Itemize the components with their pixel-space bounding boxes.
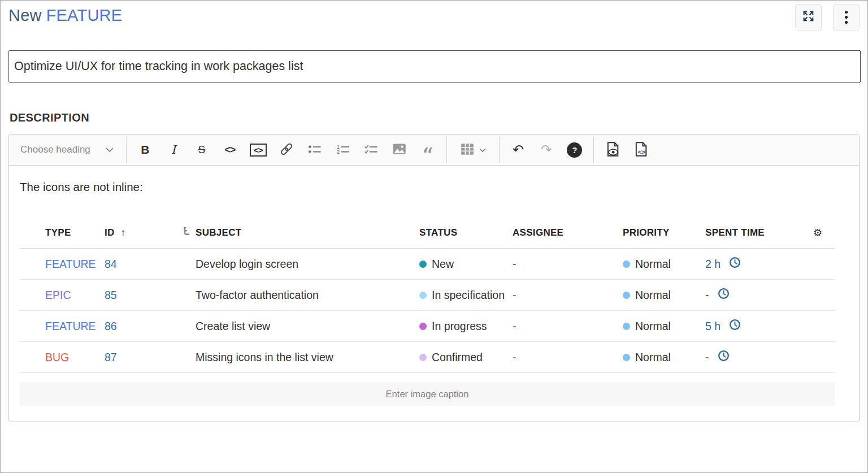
- status-dot: [419, 292, 427, 299]
- editor-paragraph: The icons are not inline:: [20, 180, 848, 194]
- priority-cell: Normal: [623, 258, 705, 271]
- image-icon: [392, 141, 407, 158]
- status-dot: [419, 354, 427, 361]
- subject-cell: Create list view: [183, 320, 419, 333]
- priority-label: Normal: [635, 320, 671, 333]
- source-code-icon: <>: [633, 141, 649, 159]
- toolbar-separator: [593, 137, 594, 163]
- table-icon: [460, 142, 475, 158]
- spent-time-value: -: [705, 289, 709, 302]
- heading-dropdown-label: Choose heading: [20, 144, 90, 155]
- heading-dropdown[interactable]: Choose heading: [15, 138, 121, 161]
- link-icon: [279, 142, 294, 158]
- work-package-table-image: TYPE ID ↑ SUBJECT: [20, 218, 835, 373]
- numbered-list-button[interactable]: 1 2: [333, 140, 353, 160]
- bulleted-list-icon: [307, 142, 322, 158]
- spent-time-cell: -: [705, 350, 813, 364]
- assignee-cell: -: [513, 351, 623, 364]
- assignee-cell: -: [513, 258, 623, 271]
- status-dot: [419, 261, 427, 268]
- column-header-id: ID ↑: [105, 227, 183, 238]
- insert-table-button[interactable]: [455, 140, 491, 160]
- priority-dot: [623, 261, 630, 268]
- priority-label: Normal: [635, 351, 671, 364]
- embedded-image-widget[interactable]: TYPE ID ↑ SUBJECT: [20, 218, 848, 406]
- rich-text-area[interactable]: The icons are not inline: TYPE ID ↑: [9, 166, 859, 422]
- redo-button[interactable]: ↷: [536, 140, 557, 160]
- topbar-actions: [795, 4, 860, 31]
- undo-button[interactable]: ↶: [508, 140, 528, 160]
- type-link: FEATURE: [45, 320, 105, 333]
- help-button[interactable]: ?: [565, 140, 585, 160]
- column-header-priority: PRIORITY: [623, 227, 705, 238]
- toolbar-separator: [126, 137, 127, 163]
- subject-input[interactable]: [8, 50, 861, 83]
- status-dot: [419, 323, 427, 330]
- image-caption-field[interactable]: Enter image caption: [20, 382, 835, 406]
- bulleted-list-button[interactable]: [305, 140, 325, 160]
- subject-cell: Develop login screen: [183, 258, 419, 271]
- block-quote-button[interactable]: “: [418, 140, 438, 160]
- column-header-status: STATUS: [419, 227, 513, 238]
- status-cell: Confirmed: [419, 351, 513, 364]
- spent-time-value: -: [705, 351, 709, 364]
- strikethrough-button[interactable]: S: [192, 140, 212, 160]
- todo-list-button[interactable]: [361, 140, 381, 160]
- description-label: DESCRIPTION: [10, 111, 867, 124]
- page-title-prefix: New: [8, 6, 42, 24]
- column-header-subject: SUBJECT: [183, 227, 419, 238]
- code-block-icon: <>: [250, 144, 267, 157]
- topbar: NewFEATURE: [1, 1, 867, 34]
- todo-list-icon: [364, 142, 379, 158]
- fullscreen-button[interactable]: [795, 4, 822, 31]
- status-label: In specification: [432, 289, 505, 302]
- inline-code-button[interactable]: <>: [220, 140, 240, 160]
- assignee-cell: -: [513, 320, 623, 333]
- status-label: New: [432, 258, 454, 271]
- italic-button[interactable]: I: [163, 140, 184, 160]
- work-package-row: FEATURE 86 Create list view In progress …: [20, 311, 835, 342]
- code-block-button[interactable]: <>: [248, 140, 268, 160]
- preview-button[interactable]: [602, 140, 623, 160]
- table-settings-gear-icon: ⚙: [813, 227, 835, 239]
- page-title-type: FEATURE: [46, 6, 123, 24]
- id-link: 87: [105, 351, 183, 364]
- link-button[interactable]: [276, 140, 297, 160]
- status-label: In progress: [432, 320, 487, 333]
- strikethrough-icon: S: [198, 144, 205, 156]
- status-label: Confirmed: [432, 351, 483, 364]
- assignee-cell: -: [513, 289, 623, 302]
- toolbar-separator: [499, 137, 500, 163]
- preview-icon: [605, 141, 620, 159]
- bold-icon: B: [141, 143, 149, 157]
- spent-time-cell: 5 h: [705, 319, 813, 333]
- column-header-subject-label: SUBJECT: [196, 227, 241, 238]
- spent-time-cell: 2 h: [705, 257, 813, 271]
- type-link: BUG: [45, 351, 105, 364]
- status-cell: In progress: [419, 320, 513, 333]
- svg-text:2: 2: [336, 149, 339, 155]
- clock-icon: [718, 288, 730, 302]
- bold-button[interactable]: B: [135, 140, 155, 160]
- type-link: FEATURE: [45, 258, 105, 271]
- chevron-down-icon: [479, 146, 486, 154]
- editor-toolbar: Choose heading B I S <> <>: [9, 134, 859, 166]
- clock-icon: [729, 257, 741, 271]
- source-code-button[interactable]: <>: [631, 140, 651, 160]
- help-icon: ?: [567, 142, 582, 158]
- priority-label: Normal: [635, 289, 671, 302]
- clock-icon: [729, 319, 741, 333]
- subject-cell: Two-factor authentication: [183, 289, 419, 302]
- expand-arrows-icon: [801, 9, 815, 25]
- undo-icon: ↶: [513, 143, 524, 157]
- table-header-row: TYPE ID ↑ SUBJECT: [20, 218, 835, 249]
- insert-image-button[interactable]: [389, 140, 410, 160]
- id-link: 84: [105, 258, 183, 271]
- status-cell: In specification: [419, 289, 513, 302]
- subject-cell: Missing icons in the list view: [183, 351, 419, 364]
- more-menu-button[interactable]: [833, 4, 860, 31]
- italic-icon: I: [171, 143, 176, 157]
- image-caption-placeholder: Enter image caption: [386, 389, 469, 400]
- toolbar-separator: [446, 137, 447, 163]
- page-title: NewFEATURE: [8, 4, 122, 25]
